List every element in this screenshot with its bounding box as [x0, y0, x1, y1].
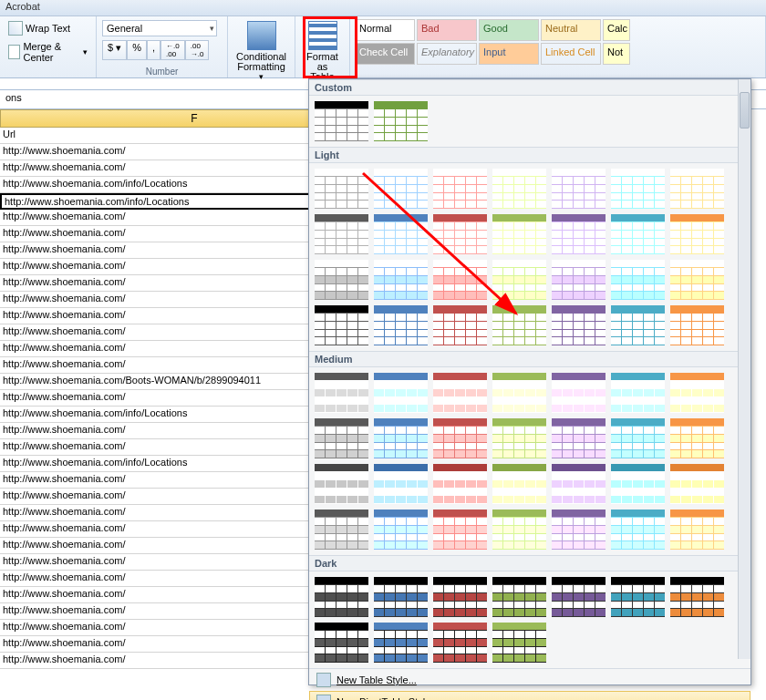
table-style-swatch[interactable] — [314, 168, 369, 210]
table-style-swatch[interactable] — [432, 463, 488, 505]
table-style-swatch[interactable] — [551, 259, 606, 301]
table-style-swatch[interactable] — [669, 304, 725, 346]
table-style-swatch[interactable] — [432, 417, 488, 459]
number-group-label: Number — [97, 67, 227, 77]
table-style-swatch[interactable] — [492, 576, 547, 618]
style-note[interactable]: Not — [603, 43, 630, 65]
conditional-formatting-icon — [247, 21, 276, 50]
table-style-swatch[interactable] — [373, 372, 429, 414]
table-style-swatch[interactable] — [432, 509, 488, 551]
table-style-swatch[interactable] — [314, 509, 369, 551]
table-style-swatch[interactable] — [610, 417, 666, 459]
table-style-swatch[interactable] — [669, 259, 725, 301]
table-style-swatch[interactable] — [373, 213, 429, 255]
comma-button[interactable]: , — [147, 40, 160, 60]
table-style-swatch[interactable] — [432, 168, 488, 210]
table-style-swatch[interactable] — [373, 259, 429, 301]
decrease-decimal-button[interactable]: .00→.0 — [185, 40, 210, 60]
table-style-swatch[interactable] — [669, 576, 725, 618]
table-style-swatch[interactable] — [492, 213, 547, 255]
table-style-swatch[interactable] — [610, 213, 666, 255]
gallery-section-medium: Medium — [309, 351, 750, 367]
style-check-cell[interactable]: Check Cell — [355, 43, 415, 65]
table-style-swatch[interactable] — [314, 622, 369, 664]
table-style-swatch[interactable] — [669, 168, 725, 210]
table-style-swatch[interactable] — [314, 100, 369, 142]
table-style-swatch[interactable] — [373, 304, 429, 346]
style-input[interactable]: Input — [479, 43, 539, 65]
table-style-swatch[interactable] — [669, 213, 725, 255]
table-style-swatch[interactable] — [610, 304, 666, 346]
number-format-combo[interactable]: General — [102, 20, 217, 36]
table-style-swatch[interactable] — [610, 463, 666, 505]
table-style-swatch[interactable] — [373, 509, 429, 551]
table-style-swatch[interactable] — [610, 259, 666, 301]
table-style-swatch[interactable] — [669, 417, 725, 459]
table-style-swatch[interactable] — [432, 372, 488, 414]
table-style-swatch[interactable] — [551, 168, 606, 210]
table-style-swatch[interactable] — [314, 304, 369, 346]
table-style-swatch[interactable] — [610, 576, 666, 618]
table-style-swatch[interactable] — [432, 622, 488, 664]
table-style-swatch[interactable] — [551, 463, 606, 505]
table-style-swatch[interactable] — [551, 509, 606, 551]
style-explanatory[interactable]: Explanatory ... — [417, 43, 477, 65]
table-style-swatch[interactable] — [373, 622, 429, 664]
table-style-swatch[interactable] — [551, 576, 606, 618]
table-style-swatch[interactable] — [492, 372, 547, 414]
wrap-text-button[interactable]: Wrap Text — [4, 18, 92, 38]
gallery-scrollbar[interactable] — [738, 79, 750, 659]
table-style-swatch[interactable] — [551, 417, 606, 459]
table-style-swatch[interactable] — [551, 372, 606, 414]
table-style-swatch[interactable] — [314, 372, 369, 414]
table-style-swatch[interactable] — [314, 259, 369, 301]
conditional-formatting-button[interactable]: Conditional Formatting ▾ — [232, 18, 291, 84]
table-style-swatch[interactable] — [432, 259, 488, 301]
table-style-swatch[interactable] — [432, 213, 488, 255]
table-style-swatch[interactable] — [314, 417, 369, 459]
table-style-swatch[interactable] — [551, 304, 606, 346]
table-style-swatch[interactable] — [492, 622, 547, 664]
table-style-swatch[interactable] — [373, 168, 429, 210]
table-style-swatch[interactable] — [373, 576, 429, 618]
table-style-swatch[interactable] — [610, 168, 666, 210]
style-calculation[interactable]: Calc — [603, 19, 630, 41]
ribbon: Wrap Text Merge & Center ▾ General $ ▾ %… — [0, 16, 766, 78]
table-style-swatch[interactable] — [432, 576, 488, 618]
scrollbar-thumb[interactable] — [740, 92, 750, 129]
table-style-swatch[interactable] — [492, 509, 547, 551]
table-style-swatch[interactable] — [492, 417, 547, 459]
table-style-swatch[interactable] — [314, 463, 369, 505]
table-style-swatch[interactable] — [669, 509, 725, 551]
table-style-swatch[interactable] — [492, 259, 547, 301]
table-style-swatch[interactable] — [669, 372, 725, 414]
table-style-swatch[interactable] — [373, 463, 429, 505]
table-style-swatch[interactable] — [551, 213, 606, 255]
table-style-swatch[interactable] — [314, 213, 369, 255]
table-style-swatch[interactable] — [610, 509, 666, 551]
style-normal[interactable]: Normal — [355, 19, 415, 41]
table-style-swatch[interactable] — [610, 372, 666, 414]
gallery-section-dark: Dark — [309, 555, 750, 571]
table-style-swatch[interactable] — [669, 463, 725, 505]
table-style-swatch[interactable] — [432, 304, 488, 346]
increase-decimal-button[interactable]: ←.0.00 — [160, 40, 185, 60]
table-style-swatch[interactable] — [373, 417, 429, 459]
table-style-swatch[interactable] — [373, 100, 429, 142]
style-bad[interactable]: Bad — [417, 19, 477, 41]
style-good[interactable]: Good — [479, 19, 539, 41]
style-neutral[interactable]: Neutral — [541, 19, 601, 41]
new-table-style-button[interactable]: New Table Style... — [309, 669, 750, 691]
format-as-table-icon — [308, 21, 337, 50]
merge-center-icon — [8, 45, 20, 59]
table-style-swatch[interactable] — [492, 463, 547, 505]
percent-button[interactable]: % — [127, 40, 147, 60]
table-style-swatch[interactable] — [314, 576, 369, 618]
style-linked-cell[interactable]: Linked Cell — [541, 43, 601, 65]
cell-styles-gallery[interactable]: Normal Bad Good Neutral Calc — [354, 18, 761, 42]
table-style-swatch[interactable] — [492, 304, 547, 346]
merge-center-button[interactable]: Merge & Center ▾ — [4, 38, 92, 66]
new-pivottable-style-button[interactable]: New PivotTable Style... — [309, 691, 750, 700]
table-style-swatch[interactable] — [492, 168, 547, 210]
currency-button[interactable]: $ ▾ — [102, 40, 127, 60]
